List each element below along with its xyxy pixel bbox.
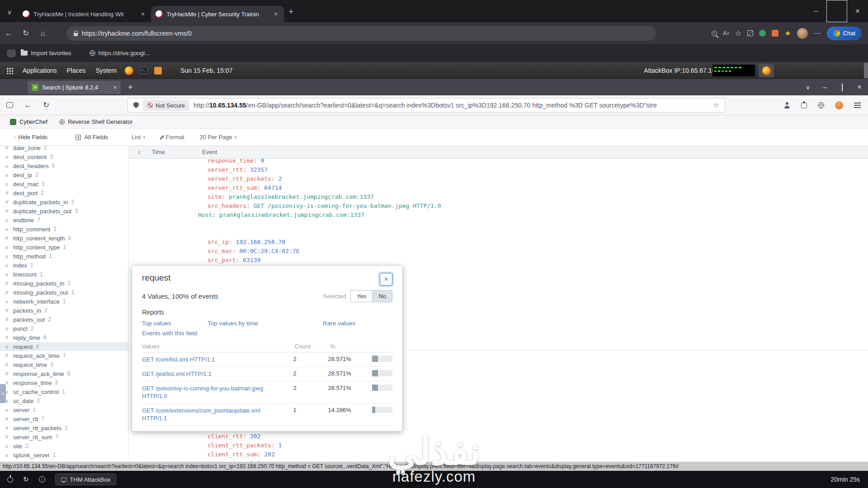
field-item[interactable]: # packets_in 2 — [0, 306, 128, 315]
event-key[interactable]: server_rtt_packets: — [208, 175, 275, 182]
field-item[interactable]: # request_ack_time 7 — [0, 351, 128, 360]
event-key[interactable]: site: — [208, 193, 225, 200]
close-icon[interactable]: × — [851, 83, 868, 91]
power-icon[interactable] — [7, 477, 13, 483]
not-secure-badge[interactable]: Not Secure — [143, 100, 189, 111]
events-with-field-link[interactable]: Events with this field — [142, 330, 197, 337]
new-tab-button[interactable]: + — [288, 7, 293, 17]
field-item[interactable]: a request 4 — [0, 342, 128, 351]
tab-close-icon[interactable]: × — [272, 10, 279, 18]
back-icon[interactable]: ← — [19, 101, 37, 110]
firefox-address-bar[interactable]: Not Secure http://10.65.134.55/en-GB/app… — [127, 98, 725, 113]
new-tab-button[interactable]: + — [128, 83, 133, 92]
firefox-view-icon[interactable] — [6, 102, 13, 108]
event-value[interactable]: 32357 — [246, 166, 268, 173]
field-item[interactable]: # server_rtt_packets 2 — [0, 423, 128, 432]
top-values-link[interactable]: Top values — [142, 320, 171, 327]
refresh-icon[interactable]: ↻ — [23, 475, 29, 483]
selected-no-button[interactable]: No — [372, 290, 392, 302]
minimize-icon[interactable]: ─ — [806, 0, 826, 22]
event-value[interactable]: 202 — [260, 451, 274, 458]
field-item[interactable]: a dest_mac 1 — [0, 179, 128, 188]
restore-icon[interactable] — [834, 84, 851, 91]
event-value[interactable]: 64714 — [260, 184, 282, 191]
event-value[interactable]: 63139 — [239, 257, 260, 263]
zoom-out-icon[interactable] — [712, 31, 717, 36]
mini-terminal-preview[interactable] — [712, 65, 755, 76]
value-link[interactable]: GET /jed/list.xml HTTP/1.1 — [142, 370, 287, 378]
field-item[interactable]: a dest_headers 5 — [0, 161, 128, 170]
field-item[interactable]: # dest_port 2 — [0, 188, 128, 197]
top-values-by-time-link[interactable]: Top values by time — [208, 320, 258, 327]
panel-clock[interactable]: Sun 15 Feb, 15:07 — [180, 67, 232, 74]
field-item[interactable]: # missing_packets_out 1 — [0, 288, 128, 297]
field-item[interactable]: # reply_time 6 — [0, 333, 128, 342]
field-item[interactable]: # server_rtt_sum 7 — [0, 432, 128, 441]
taskbar-window-button[interactable]: THM AttackBox — [55, 474, 117, 485]
event-key[interactable]: src_ip: — [208, 239, 232, 245]
add-favorite-icon[interactable]: ☆ — [735, 29, 741, 38]
terminal-icon[interactable] — [140, 67, 148, 74]
list-view-dropdown[interactable]: List ▾ — [132, 134, 145, 141]
field-item[interactable]: a dest_content 3 — [0, 152, 128, 161]
event-value[interactable]: 00:0C:29:C4:02:7E — [236, 248, 300, 254]
menu-places[interactable]: Places — [62, 67, 91, 74]
value-link[interactable]: GET /core/extensions/com_joomlaupdate.xm… — [142, 407, 287, 422]
browser-tab-cyber-security[interactable]: TryHackMe | Cyber Security Trainin × — [151, 6, 284, 22]
field-item[interactable]: a http_comment 1 — [0, 225, 128, 234]
close-icon[interactable]: × — [847, 0, 868, 22]
event-key[interactable]: client_rtt: — [208, 433, 246, 440]
event-key[interactable]: src_headers: — [208, 202, 250, 209]
field-item[interactable]: a sc_cache_control 1 — [0, 387, 128, 396]
event-value[interactable]: 1 — [275, 442, 282, 449]
list-tabs-icon[interactable]: ∨ — [799, 84, 816, 91]
event-value[interactable]: 0 — [257, 159, 264, 164]
menu-icon[interactable] — [854, 105, 861, 106]
selected-yes-button[interactable]: Yes — [350, 290, 372, 302]
reload-icon[interactable]: ↻ — [37, 100, 55, 110]
field-item[interactable]: a network_interface 1 — [0, 297, 128, 306]
tab-search-chevron-icon[interactable]: ∨ — [7, 9, 12, 16]
event-key[interactable]: server_rtt_sum: — [208, 184, 260, 191]
event-value[interactable]: 192.168.250.70 — [232, 239, 285, 245]
field-item[interactable]: # missing_packets_in 1 — [0, 279, 128, 288]
back-icon[interactable]: ← — [0, 29, 17, 38]
tab-close-icon[interactable]: × — [139, 10, 146, 18]
bookmark-cyberchef[interactable]: CyberChef — [10, 118, 47, 125]
bookmark-star-icon[interactable]: ☆ — [713, 101, 719, 109]
field-item[interactable]: # duplicate_packets_out 3 — [0, 206, 128, 216]
account-icon[interactable] — [784, 102, 790, 108]
maximize-icon[interactable] — [826, 0, 847, 22]
profile-avatar[interactable] — [797, 28, 808, 39]
field-item[interactable]: a endtime 7 — [0, 216, 128, 225]
import-favorites-button[interactable]: Import favorites — [21, 50, 71, 56]
event-value[interactable]: GET /poisonivy-is-coming-for-you-batman.… — [250, 202, 441, 209]
field-item[interactable]: a sc_date 2 — [0, 396, 128, 405]
event-value[interactable]: Host: prankglassinebracket.jumpingcrab.c… — [198, 211, 364, 218]
edge-address-bar[interactable]: https://tryhackme.com/fullscreen-vms/0 — [66, 26, 656, 41]
firefox-icon[interactable] — [125, 66, 133, 75]
menu-system[interactable]: System — [91, 67, 122, 74]
event-value[interactable]: prankglassinebracket.jumpingcrab.com:133… — [225, 193, 374, 200]
read-aloud-icon[interactable]: A — [723, 30, 729, 37]
applications-grid-icon[interactable] — [6, 67, 13, 74]
shield-icon[interactable] — [133, 102, 139, 108]
field-item[interactable]: # response_ack_time 5 — [0, 369, 128, 378]
field-item[interactable]: a splunk_server 1 — [0, 450, 128, 460]
minimize-icon[interactable]: ─ — [816, 84, 834, 91]
event-value[interactable]: 202 — [246, 433, 260, 440]
field-item[interactable]: a punct 2 — [0, 324, 128, 333]
field-item[interactable]: # server_rtt 7 — [0, 414, 128, 423]
favorites-tile-icon[interactable] — [7, 50, 15, 57]
extension-icon-green[interactable] — [759, 30, 766, 37]
value-link[interactable]: GET /poisonivy-is-coming-for-you-batman.… — [142, 385, 287, 400]
field-item[interactable]: # response_time 3 — [0, 378, 128, 387]
field-item[interactable]: a index 1 — [0, 261, 128, 270]
field-item[interactable]: a linecount 1 — [0, 270, 128, 279]
field-item[interactable]: a http_method 1 — [0, 252, 128, 261]
event-key[interactable]: src_mac: — [208, 248, 236, 254]
event-key[interactable]: client_rtt_packets: — [208, 442, 275, 449]
field-item[interactable]: a http_content_type 1 — [0, 243, 128, 252]
field-item[interactable]: a server 1 — [0, 405, 128, 414]
format-button[interactable]: Format — [161, 134, 184, 141]
